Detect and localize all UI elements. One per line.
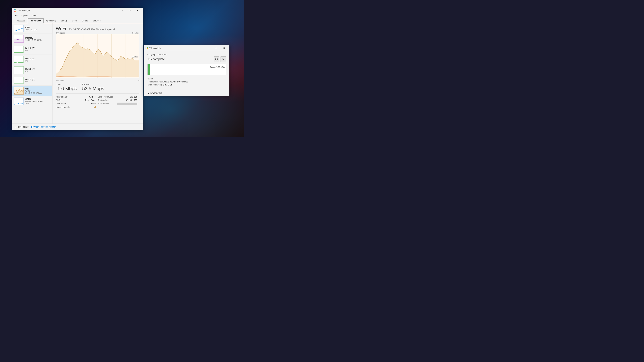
chart-grid-label: 32 Mbps [132,56,138,58]
disk0-label: Disk 0 (E:) [25,47,50,49]
copy-dialog-close[interactable]: ✕ [220,45,228,51]
panel-header: Wi-Fi ASUS PCE-AC88 802.11ac Network Ada… [56,26,139,31]
task-manager-icon [14,9,16,12]
copy-pause-button[interactable]: ▮▮ [214,56,219,62]
svg-rect-18 [146,47,146,48]
menu-view[interactable]: View [30,14,38,17]
tab-performance[interactable]: Performance [28,18,44,23]
items-remaining-label: Items remaining: [148,84,162,86]
ipv6-val [117,102,137,105]
signal-val [93,106,96,109]
open-resource-monitor-button[interactable]: Open Resource Monitor [31,126,56,128]
svg-rect-19 [147,47,148,48]
sidebar-item-disk3[interactable]: Disk 3 (C:) 0% [12,75,52,86]
task-manager-title-bar: Task Manager − □ ✕ [12,8,143,13]
items-remaining-value: 2 (51.3 GB) [163,84,173,86]
details-table: Adapter name: Wi-Fi 4 Connection type: 8… [56,93,139,109]
svg-rect-3 [15,11,16,12]
receive-stat: Receive 53.5 Mbps [81,83,104,91]
svg-rect-21 [147,48,148,49]
disk1-label: Disk 1 (D:) [25,57,50,60]
cpu-info: CPU 10% 3.52 GHz [25,26,50,31]
adapter-name-row: Adapter name: Wi-Fi 4 [56,95,98,98]
svg-rect-1 [15,9,16,10]
sidebar-item-cpu[interactable]: CPU 10% 3.52 GHz [12,23,52,34]
memory-info: Memory 11.1/31.9 GB (35%) [25,37,50,41]
minimize-button[interactable]: − [118,8,126,13]
sidebar-item-memory[interactable]: Memory 11.1/31.9 GB (35%) [12,34,52,44]
gpu0-detail: NVIDIA GeForce GTX [25,100,50,102]
panel-subtitle: ASUS PCE-AC88 802.11ac Network Adapter #… [69,28,115,30]
maximize-button[interactable]: □ [126,8,134,13]
throughput-svg [56,34,139,78]
copy-copying-text: Copying 3 items from [148,53,226,56]
disk0-info: Disk 0 (E:) 0% [25,47,50,51]
pause-icon: ▮▮ [215,58,218,60]
menu-file[interactable]: File [14,14,20,17]
send-stat: Send 1.6 Mbps [56,83,77,91]
signal-row: Signal strength: [56,105,98,109]
content-area: CPU 10% 3.52 GHz Memory 11.1/31.9 GB (35… [12,23,143,123]
tab-bar: Processes Performance App history Startu… [12,18,143,23]
sidebar-item-disk1[interactable]: Disk 1 (D:) 3% [12,54,52,65]
disk2-label: Disk 2 (F:) [25,68,50,70]
sidebar-item-disk0[interactable]: Disk 0 (E:) 0% [12,44,52,54]
fewer-details-button[interactable]: ▲ Fewer details [14,126,28,128]
receive-label: Receive [81,83,104,86]
time-remaining-label: Time remaining: [148,81,162,83]
sidebar-item-gpu0[interactable]: GPU 0 NVIDIA GeForce GTX 14% [12,96,52,106]
disk0-mini-chart [14,45,24,53]
ssid-row: SSID: Zyxel_9441 [56,98,98,102]
ipv4-row: IPv4 address: 192.168.1.157 [98,98,139,102]
task-manager-title: Task Manager [17,9,118,12]
copy-controls: ▮▮ ✕ [214,56,226,62]
signal-strength-icon [93,106,96,108]
name-label: Name: [148,78,153,80]
memory-label: Memory [25,37,50,39]
copy-dialog-body: Copying 3 items from 1% complete ▮▮ ✕ Sp… [144,51,229,90]
tab-app-history[interactable]: App history [44,18,58,23]
name-row: Name: [148,77,226,80]
tab-details[interactable]: Details [80,18,90,23]
tab-users[interactable]: Users [70,18,79,23]
main-panel: Wi-Fi ASUS PCE-AC88 802.11ac Network Ada… [52,23,143,123]
signal-key: Signal strength: [56,106,70,109]
progress-bar-fill [148,64,150,70]
disk2-detail: 0% [25,70,50,72]
progress-container: Speed: 7.02 MB/s [148,64,226,75]
disk3-detail: 0% [25,81,50,83]
copy-dialog-icon [146,47,148,49]
menu-options[interactable]: Options [20,14,30,17]
copy-dialog-maximize[interactable]: □ [212,45,220,51]
adapter-name-val: Wi-Fi 4 [89,96,96,98]
cpu-mini-chart [14,25,24,32]
time-remaining-value: About 1 hour and 40 minutes [162,81,188,83]
copy-cancel-button[interactable]: ✕ [220,56,226,62]
dns-name-key: DNS name: [56,102,66,105]
dns-name-val: home [90,102,96,105]
wifi-label: Wi-Fi [25,88,50,90]
disk1-detail: 3% [25,60,50,62]
copy-fewer-details[interactable]: ▲ Fewer details [144,90,229,96]
tab-startup[interactable]: Startup [59,18,70,23]
throughput-chart: 32 Mbps [56,34,139,78]
connection-type-val: 802.11n [130,96,137,98]
throughput-label: Throughput [56,32,65,34]
copy-percent-label: 1% complete [148,57,165,61]
copy-dialog-minimize[interactable]: − [205,45,212,51]
adapter-name-key: Adapter name: [56,96,69,98]
close-button[interactable]: ✕ [134,8,142,13]
disk3-info: Disk 3 (C:) 0% [25,78,50,83]
gpu0-label: GPU 0 [25,98,50,100]
copy-dialog: 1% complete − □ ✕ Copying 3 items from 1… [144,45,230,96]
dns-name-row: DNS name: home [56,102,98,105]
tab-services[interactable]: Services [91,18,103,23]
sidebar-item-disk2[interactable]: Disk 2 (F:) 0% [12,65,52,75]
disk2-mini-chart [14,66,24,74]
copy-dialog-title-bar: 1% complete − □ ✕ [144,45,229,51]
svg-rect-20 [146,48,146,49]
tab-processes[interactable]: Processes [14,18,27,23]
chart-bottom-labels: 60 seconds 0 [56,80,139,82]
chart-time-end: 0 [138,80,139,82]
sidebar-item-wifi[interactable]: Wi-Fi Wi-Fi 4 S: 1.6 R: 53.5 Mbps [12,86,52,96]
